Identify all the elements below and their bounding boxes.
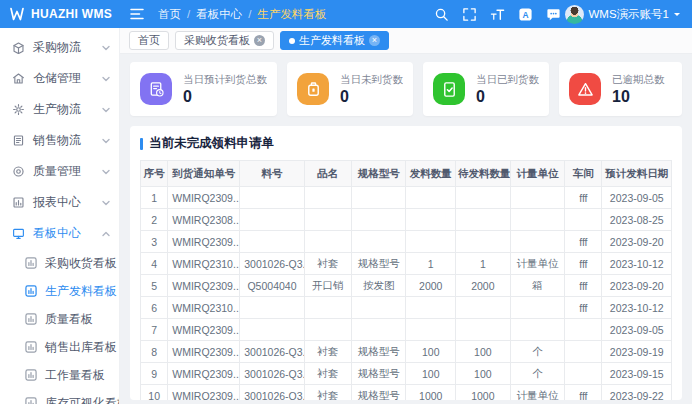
sidebar-item-label: 质量管理 bbox=[33, 163, 81, 180]
sidebar-subitem-采购收货看板[interactable]: 采购收货看板 bbox=[0, 249, 119, 277]
tab-close-icon[interactable]: × bbox=[254, 35, 265, 46]
search-icon[interactable] bbox=[434, 7, 449, 22]
sidebar-subitem-销售出库看板[interactable]: 销售出库看板 bbox=[0, 333, 119, 361]
table-cell bbox=[456, 187, 511, 209]
table-cell bbox=[240, 297, 305, 319]
stat-card-value: 10 bbox=[612, 88, 665, 106]
sidebar-item-生产物流[interactable]: 生产物流 bbox=[0, 94, 119, 125]
table-cell: 计量单位 bbox=[510, 385, 565, 401]
stat-card-label: 已逾期总数 bbox=[612, 73, 665, 87]
breadcrumb-item[interactable]: 生产发料看板 bbox=[257, 7, 326, 22]
table-row[interactable]: 10WMIRQ2309...3001026-Q3...衬套规格型号1000100… bbox=[141, 385, 672, 401]
table-cell: WMIRQ2309... bbox=[168, 341, 240, 363]
board-icon bbox=[24, 284, 38, 298]
table-row[interactable]: 6WMIRQ2310...fff2023-10-12 bbox=[141, 297, 672, 319]
table-cell bbox=[510, 319, 565, 341]
table-row[interactable]: 2WMIRQ2308...2023-08-25 bbox=[141, 209, 672, 231]
table-cell: fff bbox=[565, 385, 602, 401]
sidebar-item-销售物流[interactable]: 销售物流 bbox=[0, 125, 119, 156]
package-icon bbox=[12, 41, 25, 54]
table-cell: 100 bbox=[406, 341, 456, 363]
table-row[interactable]: 7WMIRQ2309...2023-09-05 bbox=[141, 319, 672, 341]
table-cell: WMIRQ2310... bbox=[168, 253, 240, 275]
table-cell bbox=[240, 319, 305, 341]
sidebar-item-仓储管理[interactable]: 仓储管理 bbox=[0, 63, 119, 94]
user-menu[interactable]: WMS演示账号1 bbox=[561, 5, 692, 24]
stat-card-info: 当日预计到货总数0 bbox=[183, 73, 267, 106]
table-cell: 3 bbox=[141, 231, 168, 253]
sidebar-item-报表中心[interactable]: 报表中心 bbox=[0, 187, 119, 218]
title-accent-bar bbox=[140, 138, 143, 150]
quality-icon bbox=[12, 165, 25, 178]
table-cell: fff bbox=[565, 275, 602, 297]
table-cell: 2023-09-20 bbox=[602, 231, 672, 253]
translate-icon[interactable]: A bbox=[518, 7, 533, 22]
pending-requests-panel: 当前未完成领料申请单 序号到货通知单号料号品名规格型号发料数量待发料数量计量单位… bbox=[130, 126, 682, 400]
table-cell: 按发图 bbox=[351, 275, 406, 297]
table-cell: WMIRQ2309... bbox=[168, 187, 240, 209]
chevron-down-icon bbox=[101, 105, 111, 115]
table-row[interactable]: 5WMIRQ2309...Q5004040开口销按发图20002000箱fff2… bbox=[141, 275, 672, 297]
header-actions: A bbox=[434, 7, 561, 22]
table-cell bbox=[456, 209, 511, 231]
table-cell bbox=[510, 297, 565, 319]
table-cell bbox=[304, 231, 351, 253]
tab-close-icon[interactable]: × bbox=[369, 35, 380, 46]
stat-card-info: 当日已到货数0 bbox=[476, 73, 539, 106]
table-cell: 5 bbox=[141, 275, 168, 297]
sidebar-subitem-label: 采购收货看板 bbox=[45, 255, 117, 272]
check-doc-icon bbox=[433, 73, 465, 105]
chevron-down-icon bbox=[101, 74, 111, 84]
pending-requests-table: 序号到货通知单号料号品名规格型号发料数量待发料数量计量单位车间预计发料日期1WM… bbox=[140, 160, 672, 400]
breadcrumb-item[interactable]: 看板中心 bbox=[196, 7, 242, 22]
table-cell bbox=[304, 187, 351, 209]
sidebar-item-质量管理[interactable]: 质量管理 bbox=[0, 156, 119, 187]
table-row[interactable]: 1WMIRQ2309...fff2023-09-05 bbox=[141, 187, 672, 209]
fullscreen-icon[interactable] bbox=[462, 7, 477, 22]
table-cell bbox=[565, 319, 602, 341]
table-cell: 2023-10-12 bbox=[602, 297, 672, 319]
table-row[interactable]: 8WMIRQ2309...3001026-Q3...衬套规格型号100100个2… bbox=[141, 341, 672, 363]
menu-collapse-icon[interactable] bbox=[130, 8, 144, 20]
sidebar-item-看板中心[interactable]: 看板中心 bbox=[0, 218, 119, 249]
stat-card-label: 当日预计到货总数 bbox=[183, 73, 267, 87]
table-cell: 1000 bbox=[406, 385, 456, 401]
chevron-down-icon bbox=[101, 198, 111, 208]
sidebar-subitem-质量看板[interactable]: 质量看板 bbox=[0, 305, 119, 333]
table-cell: 2023-09-05 bbox=[602, 319, 672, 341]
table-cell: 2000 bbox=[406, 275, 456, 297]
table-cell: fff bbox=[565, 187, 602, 209]
sidebar-subitem-label: 质量看板 bbox=[45, 311, 93, 328]
table-cell: WMIRQ2309... bbox=[168, 385, 240, 401]
table-cell bbox=[351, 209, 406, 231]
tab-首页[interactable]: 首页 bbox=[129, 31, 169, 50]
sidebar-subitem-工作量看板[interactable]: 工作量看板 bbox=[0, 361, 119, 389]
table-cell bbox=[510, 187, 565, 209]
font-size-icon[interactable] bbox=[490, 7, 505, 22]
board-icon bbox=[24, 312, 38, 326]
table-row[interactable]: 9WMIRQ2309...3001026-Q3...衬套规格型号100100个2… bbox=[141, 363, 672, 385]
stat-cards-row: 当日预计到货总数0当日未到货数0当日已到货数0已逾期总数10 bbox=[130, 62, 682, 116]
table-cell: 规格型号 bbox=[351, 341, 406, 363]
svg-text:A: A bbox=[522, 9, 528, 19]
tab-采购收货看板[interactable]: 采购收货看板× bbox=[175, 31, 274, 50]
sales-icon bbox=[12, 134, 25, 147]
table-cell: 3001026-Q3... bbox=[240, 253, 305, 275]
table-row[interactable]: 4WMIRQ2310...3001026-Q3...衬套规格型号11计量单位ff… bbox=[141, 253, 672, 275]
column-header: 序号 bbox=[141, 161, 168, 187]
table-cell: 100 bbox=[406, 363, 456, 385]
sidebar-item-label: 生产物流 bbox=[33, 101, 81, 118]
table-row[interactable]: 3WMIRQ2309...fff2023-09-20 bbox=[141, 231, 672, 253]
tab-生产发料看板[interactable]: 生产发料看板× bbox=[280, 31, 389, 50]
app-logo[interactable]: HUAZHI WMS bbox=[0, 7, 120, 21]
schedule-doc-icon bbox=[140, 73, 172, 105]
sidebar-subitem-生产发料看板[interactable]: 生产发料看板 bbox=[0, 277, 119, 305]
stat-card-value: 0 bbox=[183, 88, 267, 106]
table-cell bbox=[304, 297, 351, 319]
production-icon bbox=[12, 103, 25, 116]
breadcrumb-item[interactable]: 首页 bbox=[158, 7, 181, 22]
sidebar-subitem-库存可视化看板[interactable]: 库存可视化看板 bbox=[0, 389, 119, 404]
sidebar-item-采购物流[interactable]: 采购物流 bbox=[0, 32, 119, 63]
column-header: 发料数量 bbox=[406, 161, 456, 187]
message-icon[interactable] bbox=[546, 7, 561, 22]
